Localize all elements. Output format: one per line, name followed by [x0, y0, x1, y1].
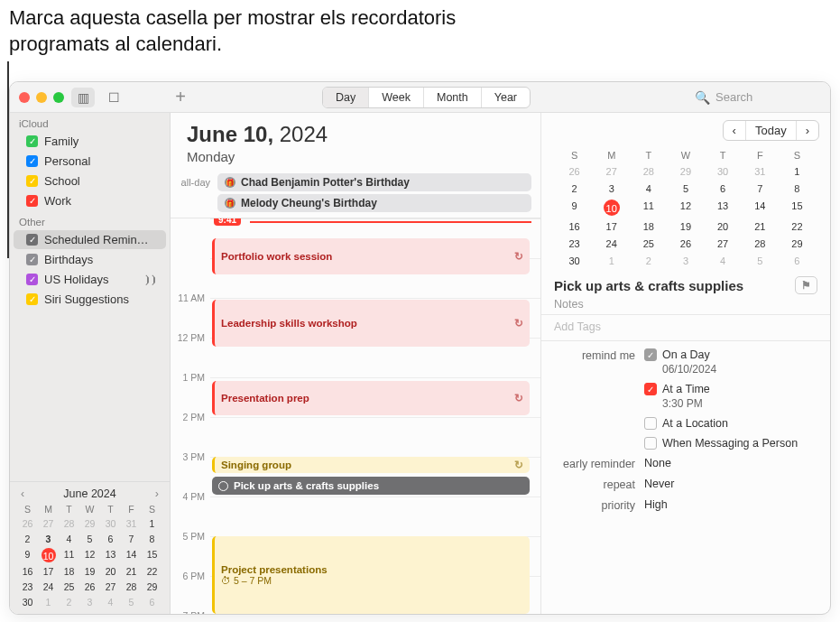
mini-cal-day[interactable]: 29 — [667, 165, 704, 178]
mini-cal-day[interactable]: 24 — [38, 580, 59, 593]
mini-cal-day[interactable]: 14 — [742, 200, 779, 216]
reminder-title[interactable]: Pick up arts & crafts supplies — [554, 278, 743, 293]
maximize-icon[interactable] — [53, 92, 64, 103]
mini-cal-day[interactable]: 27 — [593, 165, 630, 178]
mini-cal-day[interactable]: 11 — [630, 200, 667, 216]
minimize-icon[interactable] — [36, 92, 47, 103]
mini-cal-day[interactable]: 7 — [121, 533, 142, 545]
mini-cal-day[interactable]: 16 — [17, 565, 38, 578]
view-tab-month[interactable]: Month — [423, 88, 481, 107]
all-day-event[interactable]: 🎁Chad Benjamin Potter's Birthday — [217, 173, 531, 191]
at-a-time-row[interactable]: ✓ At a Time — [644, 383, 817, 395]
mini-cal-day[interactable]: 19 — [79, 565, 100, 578]
mini-cal-day[interactable]: 1 — [38, 596, 59, 608]
mini-cal-day[interactable]: 29 — [142, 580, 162, 593]
mini-cal-day[interactable]: 31 — [121, 517, 142, 530]
mini-cal-day[interactable]: 12 — [667, 200, 704, 216]
mini-cal-day[interactable]: 10 — [604, 200, 620, 216]
mini-cal-day[interactable]: 1 — [779, 165, 816, 178]
mini-cal-day[interactable]: 13 — [100, 548, 121, 562]
mini-cal-day[interactable]: 30 — [100, 517, 121, 530]
mini-cal-day[interactable]: 29 — [779, 237, 816, 250]
mini-cal-day[interactable]: 27 — [100, 580, 121, 593]
view-tab-week[interactable]: Week — [368, 88, 423, 107]
early-reminder-value[interactable]: None — [644, 457, 817, 469]
mini-cal-day[interactable]: 29 — [79, 517, 100, 530]
mini-cal-day[interactable]: 8 — [779, 182, 816, 195]
mini-cal-day[interactable]: 6 — [142, 596, 162, 608]
mini-cal-day[interactable]: 5 — [121, 596, 142, 608]
mini-cal-day[interactable]: 30 — [17, 596, 38, 608]
mini-cal-day[interactable]: 25 — [630, 237, 667, 250]
mini-cal-day[interactable]: 25 — [59, 580, 79, 593]
mini-cal-day[interactable]: 5 — [79, 533, 100, 545]
mini-cal-day[interactable]: 17 — [593, 220, 630, 233]
next-month-button[interactable]: › — [152, 487, 162, 500]
mini-cal-day[interactable]: 18 — [630, 220, 667, 233]
mini-cal-day[interactable]: 14 — [121, 548, 142, 562]
mini-cal-day[interactable]: 1 — [142, 517, 162, 530]
prev-day-button[interactable]: ‹ — [724, 121, 745, 140]
mini-cal-day[interactable]: 4 — [100, 596, 121, 608]
checkbox-at-a-time[interactable]: ✓ — [644, 383, 657, 395]
mini-cal-day[interactable]: 28 — [742, 237, 779, 250]
mini-cal-day[interactable]: 30 — [705, 165, 742, 178]
sidebar-toggle-button[interactable]: ▥ — [71, 88, 95, 107]
mini-cal-day[interactable]: 30 — [556, 255, 593, 267]
event[interactable]: Leadership skills workshop↻ — [212, 300, 530, 347]
calendar-checkbox[interactable] — [26, 274, 38, 285]
sidebar-item-school[interactable]: School — [14, 172, 166, 190]
mini-cal-day[interactable]: 3 — [593, 182, 630, 195]
view-tab-day[interactable]: Day — [323, 88, 368, 107]
event-selected[interactable]: Pick up arts & crafts supplies — [212, 477, 530, 495]
sidebar-item-us-holidays[interactable]: US Holidays⦘⦘ — [14, 270, 166, 289]
calendar-checkbox[interactable] — [26, 293, 38, 305]
mini-cal-day[interactable]: 5 — [742, 255, 779, 267]
today-button[interactable]: Today — [745, 121, 796, 140]
all-day-event[interactable]: 🎁Melody Cheung's Birthday — [217, 194, 531, 212]
mini-cal-day[interactable]: 9 — [556, 200, 593, 216]
mini-cal-day[interactable]: 6 — [100, 533, 121, 545]
inbox-button[interactable]: ☐ — [102, 88, 125, 107]
mini-cal-day[interactable]: 5 — [667, 182, 704, 195]
at-a-time-value[interactable]: 3:30 PM — [662, 397, 817, 410]
notes-field[interactable]: Notes — [541, 298, 830, 315]
checkbox-when-messaging[interactable] — [644, 437, 657, 450]
mini-cal-day[interactable]: 15 — [142, 548, 162, 562]
sidebar-item-personal[interactable]: Personal — [14, 152, 166, 171]
view-tab-year[interactable]: Year — [481, 88, 530, 107]
calendar-checkbox[interactable] — [26, 175, 38, 187]
mini-cal-day[interactable]: 13 — [705, 200, 742, 216]
mini-cal-day[interactable]: 3 — [667, 255, 704, 267]
mini-cal-day[interactable]: 4 — [59, 533, 79, 545]
mini-cal-day[interactable]: 2 — [17, 533, 38, 545]
flag-button[interactable]: ⚑ — [795, 276, 817, 294]
mini-cal-day[interactable]: 21 — [121, 565, 142, 578]
event[interactable]: Portfolio work session↻ — [212, 238, 530, 274]
mini-cal-day[interactable]: 20 — [100, 565, 121, 578]
mini-cal-day[interactable]: 9 — [17, 548, 38, 562]
mini-cal-day[interactable]: 27 — [38, 517, 59, 530]
when-messaging-row[interactable]: When Messaging a Person — [644, 437, 817, 450]
mini-cal-day[interactable]: 23 — [556, 237, 593, 250]
mini-cal-day[interactable]: 11 — [59, 548, 79, 562]
checkbox-on-a-day[interactable]: ✓ — [644, 348, 657, 361]
mini-cal-day[interactable]: 6 — [779, 255, 816, 267]
mini-cal-day[interactable]: 24 — [593, 237, 630, 250]
mini-cal-day[interactable]: 2 — [556, 182, 593, 195]
sidebar-item-siri-suggestions[interactable]: Siri Suggestions — [14, 290, 166, 309]
mini-cal-day[interactable]: 28 — [121, 580, 142, 593]
sidebar-item-birthdays[interactable]: Birthdays — [14, 250, 166, 269]
sidebar-item-scheduled-remin-[interactable]: Scheduled Remin… — [14, 230, 166, 249]
mini-cal-day[interactable]: 22 — [142, 565, 162, 578]
mini-cal-day[interactable]: 21 — [742, 220, 779, 233]
mini-cal-day[interactable]: 6 — [705, 182, 742, 195]
mini-cal-day[interactable]: 16 — [556, 220, 593, 233]
hour-grid[interactable]: 9:4111 AM12 PM1 PM2 PM3 PM4 PM5 PM6 PM7 … — [171, 218, 540, 614]
mini-cal-day[interactable]: 28 — [59, 517, 79, 530]
event[interactable]: Project presentations⏱ 5 – 7 PM — [212, 536, 530, 614]
mini-cal-day[interactable]: 15 — [779, 200, 816, 216]
next-day-button[interactable]: › — [796, 121, 818, 140]
mini-cal-day[interactable]: 26 — [556, 165, 593, 178]
mini-cal-day[interactable]: 18 — [59, 565, 79, 578]
